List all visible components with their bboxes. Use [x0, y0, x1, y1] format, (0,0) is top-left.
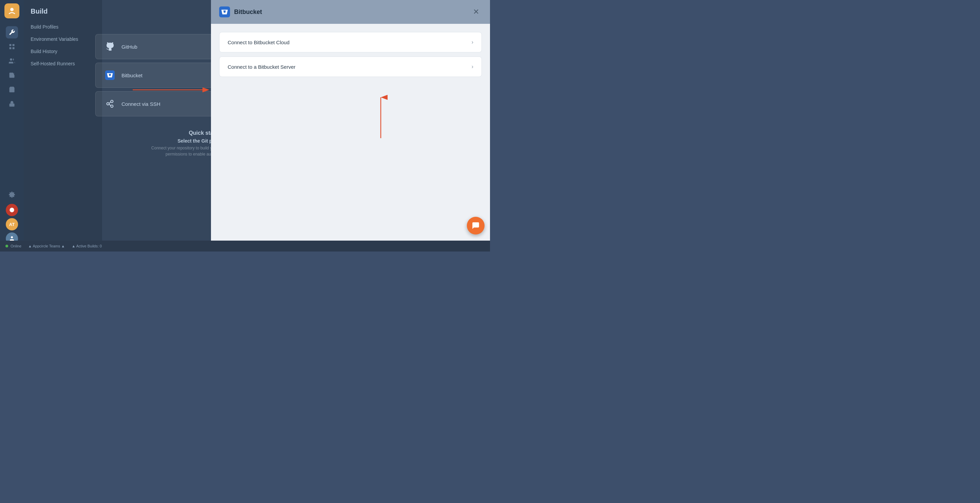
svg-point-12 — [11, 236, 13, 238]
chat-bubble-button[interactable] — [467, 217, 485, 234]
bitbucket-panel: Bitbucket ✕ Connect to Bitbucket Cloud ›… — [211, 0, 490, 252]
sidebar-item-apps[interactable] — [6, 40, 18, 53]
ssh-label: Connect via SSH — [121, 101, 160, 107]
connect-cloud-option[interactable]: Connect to Bitbucket Cloud › — [219, 32, 482, 53]
connect-cloud-label: Connect to Bitbucket Cloud — [228, 40, 290, 45]
github-label: GitHub — [121, 44, 137, 50]
ssh-option[interactable]: Connect via SSH — [95, 91, 218, 116]
svg-rect-2 — [13, 44, 14, 46]
description-text: Connect your repository to build yo...pe… — [95, 145, 218, 157]
bitbucket-label: Bitbucket — [121, 73, 143, 78]
select-git-title: Select the Git pr... — [95, 138, 218, 143]
bitbucket-option[interactable]: Bitbucket — [95, 63, 218, 88]
quick-start-section: Quick sta... Select the Git pr... Connec… — [95, 130, 218, 157]
active-builds-label: ▲ Active Builds: 0 — [72, 244, 102, 248]
sidebar: AT — [0, 0, 24, 252]
sidebar-bottom: AT — [6, 188, 18, 248]
teams-label: ▲ Appcircle Teams ▲ — [28, 244, 65, 248]
svg-rect-7 — [10, 103, 14, 107]
svg-point-13 — [107, 103, 109, 105]
online-status: Online — [5, 244, 21, 248]
connect-server-chevron: › — [472, 64, 473, 70]
sidebar-item-test[interactable] — [6, 69, 18, 81]
sidebar-item-security[interactable] — [6, 98, 18, 110]
github-option[interactable]: GitHub — [95, 34, 218, 59]
nav-item-self-hosted-runners[interactable]: Self-Hosted Runners — [24, 57, 102, 70]
left-nav: Build Build Profiles Environment Variabl… — [24, 0, 102, 252]
connect-cloud-chevron: › — [472, 39, 473, 45]
svg-rect-4 — [13, 47, 14, 49]
svg-point-0 — [10, 8, 14, 11]
connect-server-option[interactable]: Connect to a Bitbucket Server › — [219, 56, 482, 77]
nav-item-build-profiles[interactable]: Build Profiles — [24, 21, 102, 33]
connect-server-label: Connect to a Bitbucket Server — [228, 64, 295, 70]
user-avatar[interactable]: AT — [6, 218, 18, 231]
panel-body: Connect to Bitbucket Cloud › Connect to … — [211, 24, 490, 252]
app-logo[interactable] — [5, 3, 19, 18]
svg-point-5 — [10, 59, 12, 61]
panel-header-left: Bitbucket — [219, 6, 262, 18]
sidebar-item-deploy[interactable] — [6, 83, 18, 96]
sidebar-item-settings[interactable] — [6, 189, 18, 201]
status-bar: Online ▲ Appcircle Teams ▲ ▲ Active Buil… — [0, 240, 490, 252]
ssh-icon — [104, 98, 116, 110]
quick-start-title: Quick sta... — [95, 130, 218, 136]
center-content: GitHub Bitbucket Connect via SSH Quick s… — [102, 0, 211, 252]
github-icon — [104, 40, 116, 53]
svg-line-16 — [109, 102, 111, 103]
sidebar-item-team[interactable] — [6, 55, 18, 67]
nav-item-build-history[interactable]: Build History — [24, 45, 102, 57]
sidebar-item-build[interactable] — [6, 26, 18, 38]
svg-point-15 — [111, 105, 113, 108]
nav-item-environment-variables[interactable]: Environment Variables — [24, 33, 102, 45]
alert-icon[interactable] — [6, 204, 18, 216]
page-title: Build — [24, 5, 102, 21]
status-dot — [5, 245, 8, 247]
bitbucket-icon — [104, 69, 116, 81]
svg-rect-1 — [10, 44, 11, 46]
svg-rect-3 — [10, 47, 11, 49]
panel-header: Bitbucket ✕ — [211, 0, 490, 24]
svg-point-14 — [111, 100, 113, 103]
bitbucket-panel-icon — [219, 6, 230, 18]
svg-line-17 — [109, 104, 111, 105]
panel-title: Bitbucket — [234, 8, 262, 16]
panel-close-button[interactable]: ✕ — [470, 6, 482, 18]
